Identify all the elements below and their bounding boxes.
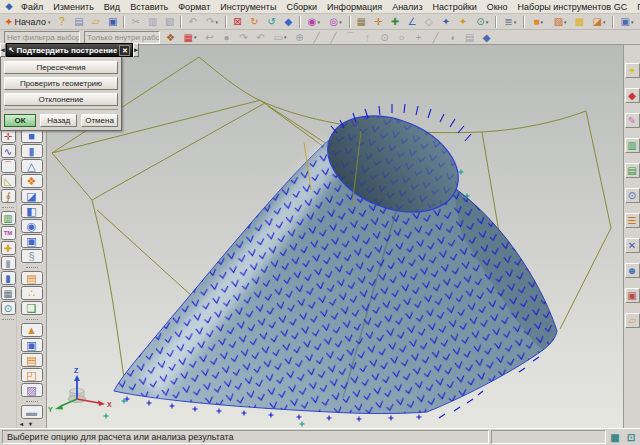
folder-palette-tab[interactable]: ▱ — [625, 313, 640, 328]
general-selection-button[interactable]: ❖ — [162, 30, 179, 44]
snap-face-button[interactable]: ▤ — [461, 30, 478, 44]
snap-solid-button[interactable]: ◆ — [478, 30, 495, 44]
redo-button[interactable]: ↷ — [201, 15, 223, 29]
intersections-button[interactable]: Пересечения — [4, 61, 118, 74]
sheet-feature-button[interactable]: ▤ — [21, 271, 43, 285]
wcs-rotate-button[interactable]: ∠ — [404, 15, 421, 29]
sketch-button[interactable]: ❑ — [21, 301, 43, 315]
zoom-tool-button[interactable]: ⊙ — [1, 301, 16, 315]
info-window-button[interactable]: ▦ — [353, 15, 370, 29]
details-palette-tab[interactable]: ☰ — [625, 213, 640, 228]
tools-palette-tab[interactable]: ✕ — [625, 238, 640, 253]
display-mode-button[interactable]: ⊠ — [229, 15, 246, 29]
view-palette-tab[interactable]: ◆ — [625, 88, 640, 103]
dialog-close-button[interactable]: ✕ — [119, 45, 130, 56]
rail-scroll-left-button[interactable]: ◂ — [20, 420, 23, 427]
menu-analysis[interactable]: Анализ — [387, 1, 427, 13]
scene-prefs-button[interactable]: ▣ — [616, 15, 638, 29]
fillet-tool-button[interactable]: ⌒ — [1, 159, 16, 173]
snap-grid-button[interactable]: ▦ — [179, 30, 201, 44]
curve-tool-button[interactable]: ∮ — [1, 189, 16, 203]
feature-block-button[interactable]: ■ — [21, 129, 43, 143]
snap-half-button[interactable]: ◖ — [444, 30, 461, 44]
snap-arc2-button[interactable]: ↶ — [252, 30, 269, 44]
wcs-dynamics-button[interactable]: ✛ — [370, 15, 387, 29]
orient-front-button[interactable]: ◉ — [303, 15, 325, 29]
render-style-studio-button[interactable]: ▩ — [571, 15, 588, 29]
point-tool-button[interactable]: ✛ — [1, 129, 16, 143]
start-menu-button[interactable]: ✦Начало — [2, 15, 53, 29]
rail-scroll-down-button[interactable]: ▾ — [29, 420, 32, 427]
fastener-a-button[interactable]: ✚ — [1, 241, 16, 255]
preview-palette-tab[interactable]: ▣ — [625, 288, 640, 303]
fastener-c-button[interactable]: ▮ — [1, 271, 16, 285]
grid-tool-button[interactable]: ▦ — [1, 286, 16, 300]
tool-a-button[interactable]: ✦ — [437, 15, 454, 29]
feature-intersect-button[interactable]: ◧ — [21, 204, 43, 218]
open-file-button[interactable]: ▱ — [87, 15, 104, 29]
tool-b-button[interactable]: ✦ — [454, 15, 471, 29]
snap-vertical-button[interactable]: ↑ — [359, 30, 376, 44]
datum-plane-button[interactable]: ◺ — [1, 174, 16, 188]
orbit-button[interactable]: ↺ — [263, 15, 280, 29]
texture-cube-button[interactable]: ▨ — [21, 383, 43, 397]
ok-button[interactable]: ОК — [4, 114, 36, 127]
menu-preferences[interactable]: Настройки — [428, 1, 482, 13]
dimension-palette-tab[interactable]: ✎ — [625, 113, 640, 128]
layer-settings-button[interactable]: ≣ — [499, 15, 521, 29]
menu-format[interactable]: Формат — [173, 1, 215, 13]
snap-arc-button[interactable]: ⌒ — [342, 30, 359, 44]
back-button[interactable]: Назад — [40, 114, 77, 127]
menu-edit[interactable]: Изменить — [48, 1, 99, 13]
cut-button[interactable]: ✂ — [127, 15, 144, 29]
feature-boss-button[interactable]: ▣ — [21, 234, 43, 248]
menu-information[interactable]: Информация — [322, 1, 387, 13]
flat-cylinder-button[interactable]: ▬ — [21, 405, 43, 419]
paste-button[interactable]: ▧ — [161, 15, 178, 29]
selection-filter-combo[interactable]: Нет фильтра выбор — [4, 31, 80, 44]
snap-rectangle-button[interactable]: ▭ — [269, 30, 291, 44]
status-fit-button[interactable]: ⊡ — [624, 430, 638, 444]
viewport-canvas[interactable]: Z X Y — [47, 45, 623, 428]
feature-thread-button[interactable]: § — [21, 249, 43, 263]
render-style-shaded-button[interactable]: ■ — [527, 15, 549, 29]
dialog-clip-right-button[interactable]: ▸ — [133, 43, 139, 57]
feature-cylinder-button[interactable]: ▮ — [21, 144, 43, 158]
snap-quadrant-button[interactable]: ⊕ — [291, 30, 308, 44]
stripe-cube-button[interactable]: ▤ — [21, 353, 43, 367]
tm-tool-button[interactable]: TM — [1, 226, 16, 240]
dialog-titlebar[interactable]: ↖ Подтвердить построение ✕ — [6, 43, 134, 57]
render-style-wireframe-button[interactable]: ▨ — [549, 15, 571, 29]
snap-tangent-button[interactable]: ╱ — [427, 30, 444, 44]
snap-rollback-button[interactable]: ↩ — [201, 30, 218, 44]
menu-gc-toolkits[interactable]: Наборы инструментов GC — [513, 1, 633, 13]
cancel-button[interactable]: Отмена — [81, 114, 118, 127]
menu-view[interactable]: Вид — [99, 1, 125, 13]
pattern-feature-button[interactable]: ∴ — [21, 286, 43, 300]
feature-cone-button[interactable]: △ — [21, 159, 43, 173]
snap-line-button[interactable]: ╱ — [308, 30, 325, 44]
feature-hole-button[interactable]: ◉ — [21, 219, 43, 233]
status-grid-button[interactable]: ▦ — [608, 430, 622, 444]
document-palette-tab[interactable]: ▤ — [625, 163, 640, 178]
find-button[interactable]: ⊙ — [471, 15, 493, 29]
orient-back-button[interactable]: ◎ — [325, 15, 347, 29]
menu-window[interactable]: Окно — [482, 1, 513, 13]
menu-assemblies[interactable]: Сборки — [281, 1, 322, 13]
snap-curve-button[interactable]: ↷ — [235, 30, 252, 44]
spline-tool-button[interactable]: ∿ — [1, 144, 16, 158]
deviation-button[interactable]: Отклонение — [4, 93, 118, 106]
save-button[interactable]: ▣ — [104, 15, 121, 29]
shaded-view-button[interactable]: ◆ — [280, 15, 297, 29]
selection-scope-combo[interactable]: Только внутри рабо — [84, 31, 160, 44]
refresh-button[interactable]: ↻ — [246, 15, 263, 29]
help-button[interactable]: ? — [53, 15, 70, 29]
feature-subtract-button[interactable]: ◪ — [21, 189, 43, 203]
menu-insert[interactable]: Вставить — [125, 1, 173, 13]
snap-intersection-button[interactable]: + — [410, 30, 427, 44]
check-geometry-button[interactable]: Проверить геометрию — [4, 77, 118, 90]
reuse-library-button[interactable]: ▥ — [1, 211, 16, 225]
snap-circle-button[interactable]: ○ — [393, 30, 410, 44]
render-style-face-button[interactable]: ◪ — [588, 15, 610, 29]
wcs-orient-button[interactable]: ✚ — [387, 15, 404, 29]
